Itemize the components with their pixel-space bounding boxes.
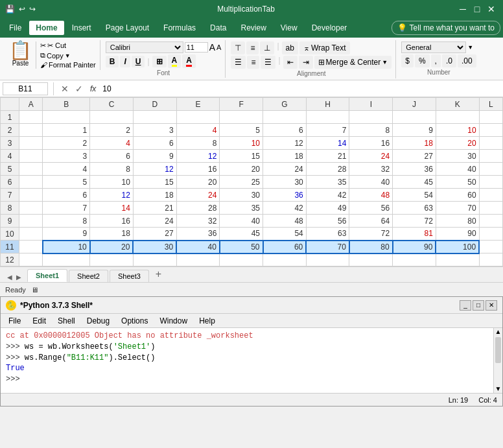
cell-c12[interactable] [90,253,134,266]
cell-d11[interactable]: 30 [133,241,176,253]
percent-button[interactable]: % [415,54,430,67]
cell-l12[interactable] [479,253,502,266]
cell-i9[interactable]: 64 [349,215,393,228]
cell-e6[interactable]: 20 [176,176,220,189]
menu-home[interactable]: Home [29,21,64,35]
cell-k7[interactable]: 60 [436,189,479,202]
cell-g3[interactable]: 12 [263,137,307,150]
shell-restore-button[interactable]: □ [473,300,484,311]
cell-l9[interactable] [479,215,502,228]
cell-k11[interactable]: 100 [436,241,479,253]
cell-j3[interactable]: 18 [393,137,436,150]
cell-d4[interactable]: 9 [133,150,176,163]
cell-i11[interactable]: 80 [349,241,393,253]
row-header-2[interactable]: 2 [1,124,19,137]
scrollbar-down[interactable]: ▼ [494,385,502,393]
shell-output-area[interactable]: cc at 0x0000012005 Object has no attribu… [1,328,493,393]
cell-c2[interactable]: 2 [90,124,134,137]
cell-b5[interactable]: 4 [43,163,90,176]
cell-d2[interactable]: 3 [133,124,176,137]
cell-f11[interactable]: 50 [220,241,263,253]
cell-e9[interactable]: 32 [176,215,220,228]
col-header-c[interactable]: C [90,98,134,111]
menu-formulas[interactable]: Formulas [157,21,202,35]
col-header-g[interactable]: G [263,98,307,111]
cell-e5[interactable]: 16 [176,163,220,176]
formula-input[interactable] [101,83,500,95]
cell-a6[interactable] [19,176,43,189]
scroll-left-button[interactable]: ◀ [5,272,14,282]
scrollbar-thumb[interactable] [495,337,501,363]
cell-h3[interactable]: 14 [306,137,349,150]
maximize-button[interactable]: □ [471,3,484,16]
cell-a10[interactable] [19,228,43,241]
cell-l2[interactable] [479,124,502,137]
font-color-button[interactable]: A [182,54,196,68]
cell-l4[interactable] [479,150,502,163]
add-sheet-button[interactable]: + [150,266,167,282]
shell-close-button[interactable]: ✕ [485,300,497,311]
col-header-b[interactable]: B [43,98,90,111]
cell-g9[interactable]: 48 [263,215,307,228]
cut-button[interactable]: ✂ ✂ Cut [40,41,96,50]
cell-g6[interactable]: 30 [263,176,307,189]
sheet-tab-3[interactable]: Sheet3 [110,270,149,282]
cell-h11[interactable]: 70 [306,241,349,253]
scrollbar-up[interactable]: ▲ [494,328,502,336]
cell-j9[interactable]: 72 [393,215,436,228]
cell-i10[interactable]: 72 [349,228,393,241]
increase-font-button[interactable]: A [209,42,215,53]
cell-i1[interactable] [349,111,393,124]
cell-e2[interactable]: 4 [176,124,220,137]
copy-button[interactable]: ⧉ Copy ▼ [40,51,96,60]
row-header-11[interactable]: 11 [1,241,19,253]
cell-d3[interactable]: 6 [133,137,176,150]
underline-button[interactable]: U [132,56,145,67]
cell-e12[interactable] [176,253,220,266]
row-header-12[interactable]: 12 [1,253,19,266]
cell-i5[interactable]: 32 [349,163,393,176]
paste-button[interactable]: 📋 Paste [9,41,36,69]
cell-c3[interactable]: 4 [90,137,134,150]
cell-k6[interactable]: 50 [436,176,479,189]
font-size-input[interactable] [185,42,208,53]
align-center-button[interactable]: ≡ [247,56,259,69]
cell-h12[interactable] [306,253,349,266]
menu-insert[interactable]: Insert [65,21,98,35]
cell-c1[interactable] [90,111,134,124]
col-header-l[interactable]: L [479,98,502,111]
shell-menu-shell[interactable]: Shell [53,315,80,327]
cell-f4[interactable]: 15 [220,150,263,163]
align-left-button[interactable]: ☰ [231,56,246,69]
cell-d7[interactable]: 18 [133,189,176,202]
redo-icon[interactable]: ↪ [29,5,36,14]
cell-i6[interactable]: 40 [349,176,393,189]
cell-c10[interactable]: 18 [90,228,134,241]
cell-h8[interactable]: 49 [306,202,349,215]
cell-a4[interactable] [19,150,43,163]
cell-a5[interactable] [19,163,43,176]
shell-menu-options[interactable]: Options [116,315,153,327]
cell-e4[interactable]: 12 [176,150,220,163]
cell-f5[interactable]: 20 [220,163,263,176]
merge-dropdown-icon[interactable]: ▼ [382,59,388,65]
scroll-right-button[interactable]: ▶ [14,272,23,282]
cell-j7[interactable]: 54 [393,189,436,202]
confirm-formula-button[interactable]: ✓ [73,84,85,94]
cell-b11[interactable]: 10 [43,241,90,253]
close-button[interactable]: ✕ [485,3,498,16]
row-header-7[interactable]: 7 [1,189,19,202]
shell-menu-window[interactable]: Window [154,315,193,327]
cell-h9[interactable]: 56 [306,215,349,228]
cell-c8[interactable]: 14 [90,202,134,215]
cell-g10[interactable]: 54 [263,228,307,241]
cell-a2[interactable] [19,124,43,137]
shell-menu-debug[interactable]: Debug [82,315,115,327]
minimize-button[interactable]: ─ [456,3,469,16]
align-top-button[interactable]: ⊤ [231,41,245,54]
cell-k8[interactable]: 70 [436,202,479,215]
cell-i4[interactable]: 24 [349,150,393,163]
fill-color-button[interactable]: A [168,54,181,68]
cell-f10[interactable]: 45 [220,228,263,241]
cell-g5[interactable]: 24 [263,163,307,176]
